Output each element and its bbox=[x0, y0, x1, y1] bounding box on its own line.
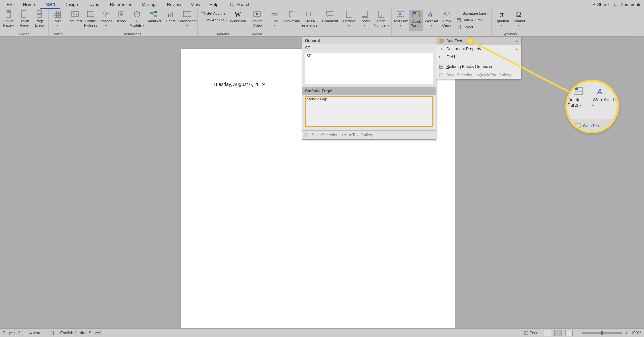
tab-insert[interactable]: Insert bbox=[40, 0, 60, 9]
online-pictures-button[interactable]: Online Pictures bbox=[83, 10, 98, 31]
tab-review[interactable]: Review bbox=[162, 1, 186, 8]
tab-file[interactable]: File bbox=[2, 1, 18, 8]
tab-layout[interactable]: Layout bbox=[83, 1, 105, 8]
zoom-level[interactable]: 100% bbox=[631, 331, 641, 335]
zoom-out-button[interactable]: − bbox=[576, 331, 578, 335]
wikipedia-button[interactable]: WWikipedia bbox=[229, 10, 247, 31]
svg-rect-28 bbox=[172, 12, 173, 17]
link-button[interactable]: Link▾ bbox=[267, 10, 282, 31]
tab-help[interactable]: Help bbox=[205, 1, 223, 8]
pictures-button[interactable]: Pictures bbox=[68, 10, 83, 31]
share-button[interactable]: Share bbox=[591, 2, 609, 7]
video-icon bbox=[253, 11, 261, 17]
chart-button[interactable]: Chart bbox=[163, 10, 178, 31]
group-comments: Comment bbox=[320, 9, 340, 36]
addin-icon bbox=[200, 18, 205, 22]
shapes-button[interactable]: Shapes ▾ bbox=[99, 10, 113, 31]
focus-mode-button[interactable]: Focus bbox=[524, 331, 541, 335]
tab-design[interactable]: Design bbox=[60, 1, 83, 8]
view-web-layout[interactable] bbox=[565, 330, 573, 336]
status-page[interactable]: Page 1 of 1 bbox=[3, 331, 23, 335]
zoom-slider[interactable] bbox=[582, 332, 622, 334]
svg-rect-74 bbox=[440, 73, 442, 75]
svg-rect-32 bbox=[201, 12, 205, 13]
page-icon bbox=[5, 10, 12, 18]
online-video-button[interactable]: Online Video bbox=[250, 10, 264, 31]
cube-icon bbox=[133, 11, 141, 18]
menu-autotext[interactable]: AutoText ▸ bbox=[436, 37, 521, 45]
autotext-preview-sf[interactable]: SF bbox=[305, 53, 433, 84]
smartart-button[interactable]: SmartArt bbox=[145, 10, 162, 31]
screenshot-button[interactable]: Screenshot▾ bbox=[178, 10, 196, 31]
tab-view[interactable]: View bbox=[186, 1, 205, 8]
my-addins-button[interactable]: My Add-ins ▾ bbox=[200, 17, 227, 23]
status-language[interactable]: English (United States) bbox=[60, 331, 101, 335]
svg-text:#: # bbox=[380, 14, 382, 17]
icons-button[interactable]: Icons bbox=[114, 10, 129, 31]
page-number-button[interactable]: #Page Number ▾ bbox=[373, 10, 390, 31]
wordart-button[interactable]: AWordArt▾ bbox=[424, 10, 439, 31]
autotext-preview-stefanie[interactable]: Stefanie Fogel bbox=[305, 96, 433, 127]
ribbon-collapse-button[interactable]: ︿ bbox=[638, 30, 641, 35]
group-headerfooter: Header▾ Footer▾ #Page Number ▾ bbox=[340, 9, 392, 36]
menu-document-property[interactable]: Document Property ▸ bbox=[436, 45, 521, 53]
get-addins-button[interactable]: Get Add-ins bbox=[200, 10, 227, 16]
tab-references[interactable]: References bbox=[105, 1, 137, 8]
svg-point-14 bbox=[73, 12, 74, 14]
smartart-icon bbox=[150, 11, 158, 18]
svg-rect-70 bbox=[442, 65, 443, 66]
text-box-button[interactable]: AText Box ▾ bbox=[393, 10, 408, 31]
table-button[interactable]: Table▾ bbox=[50, 10, 65, 31]
comments-button[interactable]: Comments bbox=[614, 2, 641, 7]
header-button[interactable]: Header▾ bbox=[342, 10, 357, 31]
table-icon bbox=[54, 11, 61, 18]
picture-icon bbox=[71, 11, 79, 18]
autotext-gallery: General SF SF Stefanie Fogel Stefanie Fo… bbox=[302, 37, 436, 140]
page-break-button[interactable]: Page Break bbox=[32, 10, 47, 31]
signature-line-button[interactable]: Signature Line ▾ bbox=[456, 10, 489, 16]
svg-line-24 bbox=[153, 12, 154, 13]
search-box[interactable]: Search bbox=[230, 2, 250, 7]
view-print-layout[interactable] bbox=[554, 330, 562, 336]
group-label-comments bbox=[321, 35, 339, 36]
cross-reference-button[interactable]: Cross-reference bbox=[301, 10, 318, 31]
autotext-save-selection: Save Selection to AutoText Gallery bbox=[302, 130, 436, 139]
spellcheck-icon[interactable] bbox=[49, 331, 54, 335]
view-read-mode[interactable] bbox=[544, 330, 551, 336]
group-illustrations: Pictures Online Pictures Shapes ▾ Icons … bbox=[66, 9, 198, 36]
equation-button[interactable]: πEquation▾ bbox=[493, 10, 511, 31]
object-button[interactable]: Object ▾ bbox=[456, 24, 489, 30]
menu-building-blocks-organizer[interactable]: Building Blocks Organizer... bbox=[436, 63, 521, 71]
status-word-count[interactable]: 4 words bbox=[29, 331, 43, 335]
cover-page-button[interactable]: Cover Page ▾ bbox=[1, 10, 16, 31]
menu-field[interactable]: Field... bbox=[436, 53, 521, 61]
tab-mailings[interactable]: Mailings bbox=[137, 1, 162, 8]
svg-rect-71 bbox=[440, 67, 441, 68]
quick-parts-button[interactable]: Quick Parts ▾ bbox=[409, 10, 423, 31]
svg-rect-81 bbox=[576, 124, 580, 128]
bookmark-button[interactable]: Bookmark bbox=[283, 10, 300, 31]
zoom-in-button[interactable]: + bbox=[625, 331, 628, 335]
page-break-icon bbox=[36, 10, 43, 18]
svg-rect-23 bbox=[154, 15, 157, 17]
tab-home[interactable]: Home bbox=[18, 1, 40, 8]
3d-models-button[interactable]: 3D Models ▾ bbox=[129, 10, 144, 31]
autotext-item-sf[interactable]: SF bbox=[302, 44, 436, 52]
blank-page-button[interactable]: Blank Page bbox=[17, 10, 32, 31]
svg-point-0 bbox=[230, 3, 233, 6]
symbol-button[interactable]: ΩSymbol▾ bbox=[511, 10, 526, 31]
ribbon: Cover Page ▾ Blank Page Page Break Pages… bbox=[0, 9, 644, 37]
chart-icon bbox=[167, 11, 174, 18]
svg-point-17 bbox=[103, 12, 107, 15]
calendar-icon bbox=[456, 18, 461, 22]
footer-button[interactable]: Footer▾ bbox=[357, 10, 372, 31]
drop-cap-button[interactable]: ADrop Cap ▾ bbox=[439, 10, 454, 31]
svg-text:A: A bbox=[399, 12, 401, 17]
footer-icon bbox=[362, 11, 368, 18]
document-text: Tuesday, August 6, 2019 bbox=[213, 82, 265, 87]
date-time-button[interactable]: Date & Time bbox=[456, 17, 489, 23]
share-icon bbox=[591, 2, 596, 7]
comments-label: Comments bbox=[620, 2, 641, 7]
comment-button[interactable]: Comment bbox=[321, 10, 339, 31]
docprop-icon bbox=[439, 47, 444, 51]
